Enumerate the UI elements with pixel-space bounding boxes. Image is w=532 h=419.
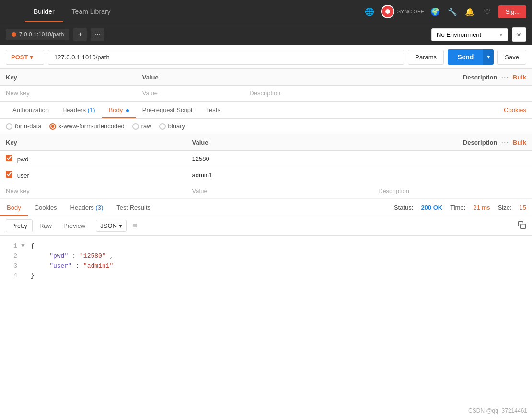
body-desc-pwd[interactable]: [372, 151, 532, 167]
body-bulk-link[interactable]: Bulk: [513, 139, 526, 146]
tab-pre-request[interactable]: Pre-request Script: [136, 102, 199, 118]
globe-icon[interactable]: 🌐: [364, 6, 375, 17]
more-options-button[interactable]: ···: [91, 28, 104, 41]
resp-tab-headers[interactable]: Headers (3): [64, 199, 110, 216]
nav-tab-team-library[interactable]: Team Library: [63, 1, 119, 22]
tab-tests[interactable]: Tests: [199, 102, 227, 118]
body-new-desc[interactable]: Description: [372, 183, 532, 199]
sign-button[interactable]: Sig...: [498, 5, 526, 18]
method-chevron-icon: ▾: [30, 54, 33, 61]
body-more-button[interactable]: ···: [501, 138, 509, 147]
send-dropdown-button[interactable]: ▾: [483, 49, 494, 65]
environment-select[interactable]: No Environment ▾: [431, 28, 508, 41]
bell-icon[interactable]: 🔔: [464, 6, 475, 17]
nav-tabs: Builder Team Library: [25, 1, 119, 22]
chevron-down-icon: ▾: [499, 31, 503, 38]
response-tabs-bar: Body Cookies Headers (3) Test Results St…: [0, 199, 532, 216]
format-pretty[interactable]: Pretty: [6, 219, 33, 232]
body-value-header: Value: [186, 134, 373, 151]
code-line-1: 1 ▼ {: [8, 241, 524, 251]
request-bar: POST ▾ Params Send ▾ Save: [0, 45, 532, 69]
resp-tab-body[interactable]: Body: [0, 199, 28, 216]
json-chevron-icon: ▾: [119, 222, 122, 229]
status-value: 200 OK: [421, 204, 442, 211]
radio-urlencoded[interactable]: x-www-form-urlencoded: [49, 123, 125, 130]
params-new-row: New key Value Description: [0, 86, 532, 101]
radio-raw-circle: [132, 123, 139, 130]
size-value: 15: [520, 204, 526, 211]
params-desc-header: Description ··· Bulk: [243, 69, 532, 86]
body-row-pwd: pwd 12580: [0, 151, 532, 167]
body-new-value[interactable]: Value: [186, 183, 373, 199]
status-label: Status:: [394, 204, 413, 211]
params-new-value[interactable]: Value: [137, 86, 244, 101]
radio-raw[interactable]: raw: [132, 123, 151, 130]
radio-urlencoded-circle: [49, 123, 56, 130]
code-line-4: 4 }: [8, 271, 524, 281]
body-checkbox-user[interactable]: [6, 171, 12, 178]
wrench-icon[interactable]: 🔧: [447, 6, 458, 17]
sync-icon: [381, 5, 394, 18]
time-value: 21 ms: [473, 204, 490, 211]
method-select[interactable]: POST ▾: [6, 50, 44, 65]
tab-headers[interactable]: Headers (1): [56, 102, 102, 118]
body-options: form-data x-www-form-urlencoded raw bina…: [0, 119, 532, 134]
request-tabs: Authorization Headers (1) Body Pre-reque…: [0, 102, 532, 119]
radio-binary[interactable]: binary: [159, 123, 185, 130]
body-value-pwd[interactable]: 12580: [186, 151, 373, 167]
size-label: Size:: [498, 204, 512, 211]
add-tab-button[interactable]: +: [73, 28, 87, 41]
nav-tab-builder[interactable]: Builder: [25, 1, 63, 22]
active-tab-pill[interactable]: 7.0.0.1:1010/path: [6, 29, 69, 40]
wrap-icon[interactable]: ≡: [132, 221, 138, 231]
body-key-user[interactable]: user: [0, 167, 186, 183]
json-format-select[interactable]: JSON ▾: [96, 220, 127, 232]
tab-url-label: 7.0.0.1:1010/path: [19, 31, 64, 38]
params-button[interactable]: Params: [408, 50, 444, 65]
tab-authorization[interactable]: Authorization: [6, 102, 56, 118]
format-raw[interactable]: Raw: [35, 220, 57, 232]
cookies-link[interactable]: Cookies: [504, 106, 526, 113]
resp-tab-cookies[interactable]: Cookies: [28, 199, 64, 216]
tab-body[interactable]: Body: [102, 102, 136, 118]
params-more-button[interactable]: ···: [501, 73, 509, 81]
save-button[interactable]: Save: [497, 50, 526, 65]
radio-form-data[interactable]: form-data: [6, 123, 42, 130]
heart-icon[interactable]: ♡: [481, 6, 493, 17]
watermark: CSDN @qq_37214461: [468, 408, 527, 414]
params-table: Key Value Description ··· Bulk New key V…: [0, 69, 532, 101]
resp-tab-test-results[interactable]: Test Results: [110, 199, 157, 216]
json-label: JSON: [100, 222, 117, 229]
body-desc-user[interactable]: [372, 167, 532, 183]
env-label: No Environment: [437, 31, 481, 38]
nav-icons: 🌐 SYNC OFF 🌍 🔧 🔔 ♡ Sig...: [364, 5, 526, 18]
body-table-inner: Key Value Description ··· Bulk: [0, 134, 532, 199]
body-key-pwd[interactable]: pwd: [0, 151, 186, 167]
params-bulk-link[interactable]: Bulk: [513, 74, 526, 81]
body-row-user: user admin1: [0, 167, 532, 183]
send-btn-group: Send ▾: [448, 49, 494, 65]
params-value-header: Value: [137, 69, 244, 86]
time-label: Time:: [450, 204, 465, 211]
url-input[interactable]: [48, 50, 404, 65]
body-new-key[interactable]: New key: [0, 183, 186, 199]
params-new-key[interactable]: New key: [0, 86, 137, 101]
method-label: POST: [11, 54, 28, 61]
body-table: Key Value Description ··· Bulk: [0, 134, 532, 199]
format-preview[interactable]: Preview: [58, 220, 90, 232]
params-new-desc[interactable]: Description: [243, 86, 532, 101]
body-checkbox-pwd[interactable]: [6, 155, 12, 161]
params-section: Key Value Description ··· Bulk New key V…: [0, 69, 532, 102]
tab-dot-indicator: [12, 32, 16, 37]
radio-form-data-circle: [6, 123, 12, 130]
body-value-user[interactable]: admin1: [186, 167, 373, 183]
code-line-2: 2 "pwd" : "12580" ,: [8, 251, 524, 261]
params-key-header: Key: [0, 69, 137, 86]
planet-icon[interactable]: 🌍: [429, 6, 441, 17]
copy-icon[interactable]: [518, 221, 526, 231]
sync-text: SYNC OFF: [397, 9, 424, 14]
eye-icon[interactable]: 👁: [512, 27, 526, 42]
sync-badge: SYNC OFF: [381, 5, 424, 18]
send-button[interactable]: Send: [448, 49, 483, 65]
main-content: 7.0.0.1:1010/path + ··· No Environment ▾…: [0, 23, 532, 419]
